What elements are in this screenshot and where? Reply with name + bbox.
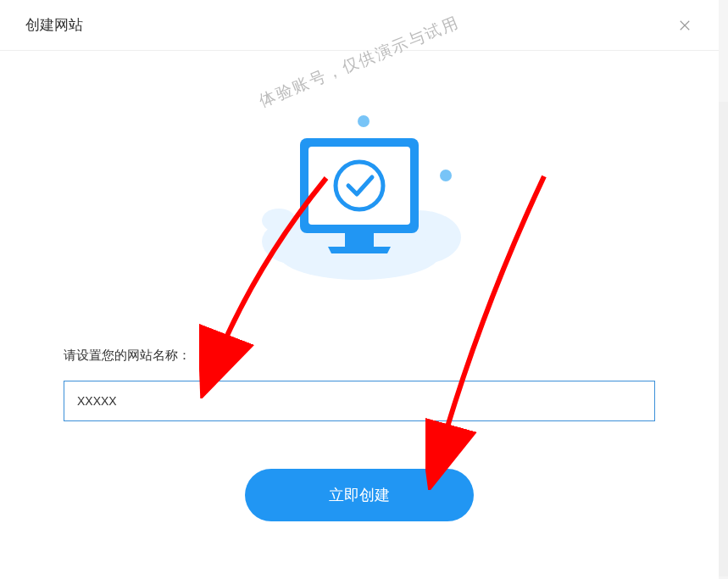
svg-rect-6 bbox=[345, 231, 374, 247]
close-icon bbox=[677, 18, 692, 33]
close-button[interactable] bbox=[676, 17, 693, 34]
svg-rect-8 bbox=[308, 147, 410, 225]
button-container: 立即创建 bbox=[0, 469, 719, 521]
svg-point-5 bbox=[440, 170, 452, 181]
create-button[interactable]: 立即创建 bbox=[245, 469, 474, 521]
modal-title: 创建网站 bbox=[25, 15, 83, 35]
monitor-checkmark-illustration bbox=[249, 114, 470, 292]
website-name-label: 请设置您的网站名称： bbox=[64, 348, 655, 364]
form-section: 请设置您的网站名称： bbox=[0, 348, 719, 421]
illustration-container bbox=[0, 114, 719, 292]
website-name-input[interactable] bbox=[64, 381, 655, 421]
modal-header: 创建网站 bbox=[0, 0, 719, 51]
create-button-label: 立即创建 bbox=[329, 485, 390, 505]
create-website-modal: 创建网站 体验账号，仅供演示与试用 bbox=[0, 0, 719, 579]
svg-point-4 bbox=[358, 115, 370, 127]
scrollbar[interactable] bbox=[719, 102, 728, 576]
svg-point-3 bbox=[262, 209, 296, 232]
